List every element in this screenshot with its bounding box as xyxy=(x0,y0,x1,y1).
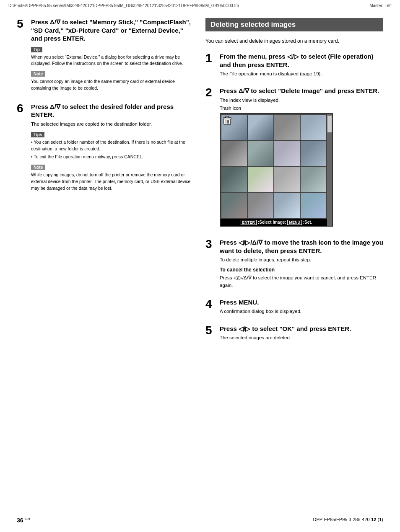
step-5-title: Press Δ/∇ to select "Memory Stick," "Com… xyxy=(31,18,193,43)
thumb-cell-12 xyxy=(301,167,326,192)
section-intro: You can select and delete images stored … xyxy=(205,37,383,45)
thumb-cell-9 xyxy=(221,167,247,192)
thumb-cell-2 xyxy=(248,115,273,140)
r-step-3-title: Press ◁/▷/Δ/∇ to move the trash icon to … xyxy=(220,238,383,255)
r-step-4-block: 4 Press MENU. A confirmation dialog box … xyxy=(205,298,383,317)
menu-key: MENU xyxy=(287,220,302,225)
r-step-3-number: 3 xyxy=(205,238,215,291)
step-6-tips: Tips • You can select a folder number of… xyxy=(31,131,193,160)
step-5-tip: Tip When you select "External Device," a… xyxy=(31,46,193,67)
r-step-2-number: 2 xyxy=(205,87,215,231)
r-step-4-title: Press MENU. xyxy=(220,298,383,307)
note-content: You cannot copy an image onto the same m… xyxy=(31,78,193,92)
r-step-4-number: 4 xyxy=(205,298,215,317)
tip-item-1: • You can select a folder number of the … xyxy=(31,139,193,152)
r-step-1-content: From the menu, press ◁/▷ to select (File… xyxy=(220,52,383,79)
note-label-6: Note xyxy=(31,165,45,170)
r-step-1-body: The File operation menu is displayed (pa… xyxy=(220,70,383,77)
thumb-cell-10 xyxy=(248,167,273,192)
tip-item-2: • To exit the File operation menu midway… xyxy=(31,154,193,160)
step-6-number: 6 xyxy=(17,103,26,195)
r-step-5-title: Press ◁/▷ to select "OK" and press ENTER… xyxy=(220,325,383,333)
cancel-selection-body: Press ◁/▷/Δ/∇ to select the image you wa… xyxy=(220,274,383,289)
tips-label: Tips xyxy=(31,132,44,137)
r-step-3-content: Press ◁/▷/Δ/∇ to move the trash icon to … xyxy=(220,238,383,291)
right-column: Deleting selected images You can select … xyxy=(205,18,383,351)
step-6-title: Press Δ/∇ to select the desired folder a… xyxy=(31,103,193,119)
model-bold: 12 xyxy=(371,517,376,522)
r-step-1-number: 1 xyxy=(205,52,215,79)
thumb-cell-6 xyxy=(248,141,273,166)
master-label: Master: Left xyxy=(369,3,392,8)
step-5-number: 5 xyxy=(17,18,26,95)
r-step-5-content: Press ◁/▷ to select "OK" and press ENTER… xyxy=(220,325,383,343)
r-step-2-title: Press Δ/∇ to select "Delete Image" and p… xyxy=(220,87,383,95)
r-step-4-body: A confirmation dialog box is displayed. xyxy=(220,308,383,315)
enter-action: :Select image; xyxy=(258,220,288,225)
thumb-cell-5 xyxy=(221,141,247,166)
model-suffix: (1) xyxy=(377,517,384,522)
model-text: DPP-FP85/FP95 3-285-420- xyxy=(313,517,371,522)
thumb-cell-14 xyxy=(248,193,273,218)
step-6-content: Press Δ/∇ to select the desired folder a… xyxy=(31,103,193,195)
note-label: Note xyxy=(31,71,45,77)
r-step-2-body: The index view is displayed. xyxy=(220,97,383,104)
r-step-5-body: The selected images are deleted. xyxy=(220,334,383,341)
step-6-body: The selected images are copied to the de… xyxy=(31,121,193,128)
r-step-3-body: To delete multiple images, repeat this s… xyxy=(220,256,383,263)
r-step-2-block: 2 Press Δ/∇ to select "Delete Image" and… xyxy=(205,87,383,231)
step-5-note: Note You cannot copy an image onto the s… xyxy=(31,70,193,92)
index-grid xyxy=(221,114,332,219)
section-heading: Deleting selected images xyxy=(205,18,383,31)
index-view: ENTER :Select image; MENU :Set. xyxy=(220,113,333,227)
thumb-cell-3 xyxy=(274,115,300,140)
enter-key: ENTER xyxy=(241,220,257,225)
svg-rect-2 xyxy=(226,116,229,118)
r-step-5-number: 5 xyxy=(205,325,215,343)
r-step-1-block: 1 From the menu, press ◁/▷ to select (Fi… xyxy=(205,52,383,79)
page-number-area: 36 GB xyxy=(17,517,30,524)
thumb-cell-16 xyxy=(301,193,326,218)
trash-icon-label: Trash icon xyxy=(220,106,383,111)
step-5-content: Press Δ/∇ to select "Memory Stick," "Com… xyxy=(31,18,193,95)
model-number-area: DPP-FP85/FP95 3-285-420-12 (1) xyxy=(313,517,383,524)
tip-label: Tip xyxy=(31,47,42,52)
thumb-cell-7 xyxy=(274,141,300,166)
tips-content: • You can select a folder number of the … xyxy=(31,139,193,160)
cancel-selection-heading: To cancel the selection xyxy=(220,267,383,273)
trash-icon xyxy=(223,116,231,125)
page-number: 36 xyxy=(17,517,23,524)
thumb-cell-4 xyxy=(301,115,326,140)
scrollbar[interactable] xyxy=(327,114,332,226)
left-column: 5 Press Δ/∇ to select "Memory Stick," "C… xyxy=(17,18,193,351)
page-header: D:\Printer\DPPFP85.95 series\IM\32854201… xyxy=(0,0,400,10)
page-suffix: GB xyxy=(25,517,30,521)
step-5-block: 5 Press Δ/∇ to select "Memory Stick," "C… xyxy=(17,18,193,95)
r-step-3-block: 3 Press ◁/▷/Δ/∇ to move the trash icon t… xyxy=(205,238,383,291)
menu-action: :Set. xyxy=(303,220,312,225)
step-6-note: Note While copying images, do not turn o… xyxy=(31,164,193,191)
r-step-1-title: From the menu, press ◁/▷ to select (File… xyxy=(220,52,383,69)
thumb-cell-15 xyxy=(274,193,300,218)
step-6-block: 6 Press Δ/∇ to select the desired folder… xyxy=(17,103,193,195)
filepath: D:\Printer\DPPFP85.95 series\IM\32854201… xyxy=(8,3,239,8)
thumb-cell-8 xyxy=(301,141,326,166)
thumb-cell-11 xyxy=(274,167,300,192)
r-step-2-content: Press Δ/∇ to select "Delete Image" and p… xyxy=(220,87,383,231)
tip-content: When you select "External Device," a dia… xyxy=(31,54,193,67)
thumb-cell-13 xyxy=(221,193,247,218)
index-bar: ENTER :Select image; MENU :Set. xyxy=(221,219,332,226)
page-footer: 36 GB DPP-FP85/FP95 3-285-420-12 (1) xyxy=(0,517,400,524)
thumb-cell-1 xyxy=(221,115,247,140)
scrollbar-thumb xyxy=(327,116,332,132)
r-step-4-content: Press MENU. A confirmation dialog box is… xyxy=(220,298,383,317)
note-content-6: While copying images, do not turn off th… xyxy=(31,172,193,191)
r-step-5-block: 5 Press ◁/▷ to select "OK" and press ENT… xyxy=(205,325,383,343)
